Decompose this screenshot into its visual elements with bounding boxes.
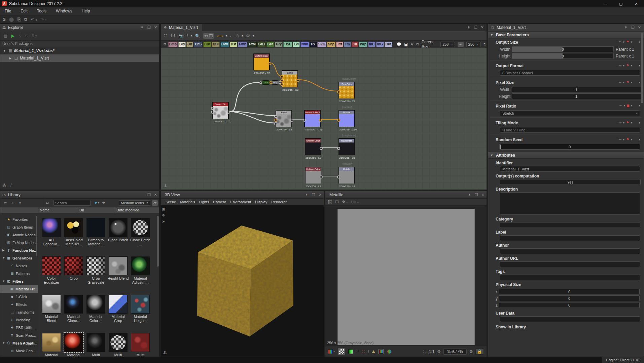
output-width-slider[interactable]: 0 xyxy=(512,46,614,52)
graph-tab[interactable]: ❖ Material_1_Vizrt xyxy=(161,24,202,31)
input-dot[interactable] xyxy=(274,115,277,118)
item-thumbnail[interactable] xyxy=(109,295,128,314)
info-toggle-icon[interactable]: i xyxy=(187,34,188,38)
caret-icon[interactable]: ▾ xyxy=(253,34,254,37)
close-panel-icon[interactable]: ✕ xyxy=(319,193,322,197)
node-uniform-color-3[interactable]: Uniform Color 256x256 - L8 xyxy=(305,167,321,184)
item-thumbnail[interactable] xyxy=(131,218,150,237)
node-blend-gray[interactable]: Blend 256x256 - L8 xyxy=(276,110,292,127)
param-options[interactable]: ⚯▾⚑▾▾ xyxy=(619,64,640,67)
info-icon[interactable]: i xyxy=(368,350,368,354)
comment-icon[interactable]: 💬 xyxy=(396,42,401,47)
collapse-icon[interactable]: ▼ xyxy=(3,49,6,52)
search-input[interactable]: Search xyxy=(53,200,91,206)
node-type-button[interactable]: Shp xyxy=(327,42,335,47)
layout-icon[interactable]: ⌐ xyxy=(230,34,232,38)
library-category[interactable]: ◐ Blending xyxy=(0,316,38,324)
fit-view-icon[interactable]: ⛶ xyxy=(423,349,426,354)
output-dot[interactable] xyxy=(320,175,323,178)
node-type-button[interactable]: Gra xyxy=(266,42,274,47)
3d-viewport[interactable]: ▣ ✥ ➤ 🖧 xyxy=(161,205,324,357)
node-type-button[interactable]: DBl xyxy=(212,42,219,47)
float-icon[interactable]: ❐ xyxy=(475,193,478,197)
icon-size-dropdown[interactable]: Medium Icons▾ xyxy=(119,200,150,206)
close-panel-icon[interactable]: ✕ xyxy=(481,25,484,30)
tiling-grid-icon[interactable]: ⠿ xyxy=(356,349,359,354)
refresh-icon[interactable]: ↻ xyxy=(483,42,487,47)
library-item[interactable]: Material Color ... xyxy=(85,295,107,333)
node-type-button[interactable]: Nrm xyxy=(300,42,309,47)
relink-icon[interactable]: S xyxy=(25,34,28,38)
crop-icon[interactable]: ⛶ xyxy=(362,349,365,354)
library-item[interactable]: Clone Patch xyxy=(107,218,129,256)
node-type-button[interactable]: DWr xyxy=(220,42,229,47)
library-item[interactable]: Crop xyxy=(63,256,85,295)
item-thumbnail[interactable] xyxy=(109,256,128,275)
input-dot[interactable] xyxy=(280,75,283,78)
graph-row-selected[interactable]: ▶ ❏ Material_1_Vizrt xyxy=(0,54,159,62)
label-field[interactable] xyxy=(500,235,640,241)
node-output-normal[interactable]: [normal] Normal 256x256 - C16 xyxy=(338,110,355,127)
close-panel-icon[interactable]: ✕ xyxy=(638,25,641,30)
package-row[interactable]: ▼ Material_1_Vizrt.sbs* xyxy=(0,47,159,54)
node-uniform-color-2[interactable]: Uniform Color 256x256 - L8 xyxy=(305,138,321,155)
node-type-button[interactable]: FxM xyxy=(248,42,257,47)
fit-view-icon[interactable]: ⛶ xyxy=(164,34,167,38)
tags-field[interactable] xyxy=(500,275,640,280)
node-type-button[interactable]: Emb xyxy=(238,42,247,47)
viewport-option-icon[interactable]: ▣ xyxy=(162,207,165,211)
caret-icon[interactable]: ▾ xyxy=(191,34,192,37)
library-category[interactable]: ▼ ⬠ Mesh Adapti... xyxy=(0,339,38,347)
save-all-icon[interactable]: ⧉ xyxy=(24,17,27,22)
input-dot[interactable] xyxy=(303,119,306,122)
node-output-metallic[interactable]: [metallic] Metallic 256x256 - L8 xyxy=(338,167,355,184)
library-category[interactable]: ▼ ◩ Filters xyxy=(0,277,38,285)
info-icon[interactable]: i xyxy=(10,183,11,188)
maximize-button[interactable]: ▢ xyxy=(613,0,629,7)
library-category[interactable]: ⬚ Transforms xyxy=(0,308,38,316)
connection-color-icon[interactable]: ⟷ xyxy=(217,34,223,38)
3d-view-menu[interactable]: Renderer xyxy=(269,200,289,204)
zoom-level[interactable]: 159.77% xyxy=(443,349,467,355)
param-options[interactable]: ⚯▾⚑▾▾ xyxy=(619,121,640,124)
pin-icon[interactable]: 🖈 xyxy=(468,193,471,197)
item-thumbnail[interactable] xyxy=(131,256,150,275)
library-item[interactable]: Height Blend xyxy=(107,256,129,295)
3d-view-menu[interactable]: Materials xyxy=(178,200,197,204)
3d-view-menu[interactable]: Environment xyxy=(228,200,253,204)
input-dot[interactable] xyxy=(274,119,277,122)
item-thumbnail[interactable] xyxy=(131,333,150,352)
minimize-button[interactable]: — xyxy=(598,0,613,7)
item-thumbnail[interactable] xyxy=(86,333,105,352)
output-dot[interactable] xyxy=(319,119,322,122)
node-type-button[interactable]: HSL xyxy=(283,42,292,47)
author-field[interactable] xyxy=(500,248,640,254)
node-type-button[interactable]: Out xyxy=(385,42,392,47)
node-type-button[interactable]: Cur xyxy=(203,42,211,47)
node-type-button[interactable]: Clr xyxy=(352,42,358,47)
input-dot[interactable] xyxy=(337,147,340,150)
library-item[interactable]: Multi xyxy=(129,333,151,357)
zoom-out-button[interactable]: ⊖ xyxy=(437,349,441,354)
item-thumbnail[interactable] xyxy=(42,333,61,352)
item-thumbnail[interactable] xyxy=(64,256,83,275)
node-blend-color[interactable]: Blend 256x256 - C8 xyxy=(282,70,298,87)
item-thumbnail[interactable] xyxy=(42,218,61,237)
library-category[interactable]: ▼ ▦ Generators xyxy=(0,254,38,262)
menu-item[interactable]: File xyxy=(0,9,16,13)
author-url-field[interactable] xyxy=(500,261,640,267)
histogram-icon[interactable]: ⛰ xyxy=(372,349,375,354)
item-thumbnail[interactable] xyxy=(64,218,83,237)
substance-icon[interactable]: 𝐒 xyxy=(3,17,6,22)
color-wheel-icon[interactable] xyxy=(387,350,391,354)
input-dot[interactable] xyxy=(211,111,214,114)
section-base-parameters[interactable]: ▼ Base Parameters xyxy=(488,31,644,38)
column-date-modified[interactable]: Date modified xyxy=(115,207,159,213)
uv-dropdown[interactable]: UV ▾ xyxy=(351,200,358,204)
link-mode-toggle[interactable]: ⚯ ❐ xyxy=(203,33,214,39)
float-icon[interactable]: ❐ xyxy=(631,25,635,30)
properties-tab[interactable]: 🗋 Material_1_Vizrt 🖈 ❐ ✕ xyxy=(488,24,644,31)
3d-view-menu[interactable]: Camera xyxy=(211,200,228,204)
category-arrow-icon[interactable]: ▼ xyxy=(2,280,5,283)
add-icon[interactable]: + xyxy=(11,200,14,206)
